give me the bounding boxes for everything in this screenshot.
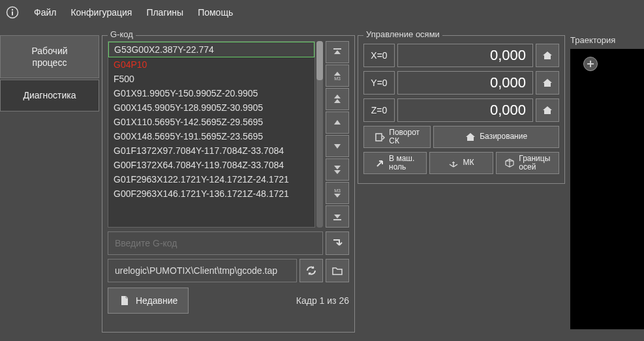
gcode-line[interactable]: G00F2963X146.1721Y-136.1721Z-48.1721: [108, 186, 314, 201]
gcode-line[interactable]: G01X110.5695Y-142.5695Z-29.5695: [108, 115, 314, 129]
axis-limits-button[interactable]: Границы осей: [496, 152, 559, 174]
home-icon: [542, 50, 553, 61]
home-icon: [542, 104, 553, 116]
trajectory-panel: Траектория: [570, 35, 644, 333]
nav-prev-m-button[interactable]: M3: [326, 65, 349, 87]
axis-panel: Управление осями X=0 0,000 Y=0 0,000 Z=0…: [358, 35, 565, 184]
gcode-line[interactable]: G01F1372X97.7084Y-117.7084Z-33.7084: [108, 143, 314, 158]
axis-panel-title: Управление осями: [363, 29, 442, 39]
gcode-line[interactable]: G00X148.5695Y-191.5695Z-23.5695: [108, 129, 314, 143]
plus-icon: [587, 60, 594, 68]
menu-plugins[interactable]: Плагины: [146, 7, 183, 18]
axes-icon: [448, 158, 459, 168]
gcode-scrollbar[interactable]: [316, 41, 323, 228]
reload-button[interactable]: [299, 259, 323, 282]
nav-page-down-button[interactable]: [326, 158, 349, 181]
gcode-panel: G-код G53G00X2.387Y-22.774 G04P10 F500 G…: [102, 35, 355, 333]
axis-row-y: Y=0 0,000: [363, 71, 559, 95]
gcode-line[interactable]: G01X91.9905Y-150.9905Z-20.9905: [108, 86, 314, 100]
svg-text:M3: M3: [334, 188, 341, 193]
gcode-line[interactable]: G00X145.9905Y-128.9905Z-30.9905: [108, 100, 314, 115]
tab-workflow[interactable]: Рабочий процесс: [0, 35, 99, 78]
axis-zero-y-button[interactable]: Y=0: [363, 71, 395, 95]
gcode-nav-buttons: M3 M3: [326, 41, 349, 228]
homing-label: Базирование: [480, 132, 527, 141]
gcode-line[interactable]: G53G00X2.387Y-22.774: [108, 42, 314, 57]
mk-button[interactable]: МК: [429, 152, 493, 174]
svg-text:M3: M3: [334, 76, 341, 81]
menu-file[interactable]: Файл: [34, 7, 56, 18]
info-icon[interactable]: [5, 5, 20, 20]
gcode-list[interactable]: G53G00X2.387Y-22.774 G04P10 F500 G01X91.…: [108, 41, 315, 228]
frame-counter: Кадр 1 из 26: [296, 295, 349, 306]
svg-rect-7: [376, 134, 382, 141]
homing-button[interactable]: Базирование: [433, 126, 559, 148]
cube-icon: [504, 158, 515, 168]
recent-label: Недавние: [136, 295, 177, 306]
svg-rect-3: [333, 48, 341, 50]
gcode-panel-title: G-код: [108, 29, 136, 39]
trajectory-view[interactable]: [570, 49, 644, 329]
nav-next-m-button[interactable]: M3: [326, 182, 349, 204]
axis-zero-x-button[interactable]: X=0: [363, 44, 395, 67]
gcode-submit-button[interactable]: [326, 231, 349, 255]
gcode-line[interactable]: G04P10: [108, 57, 314, 72]
axis-value-z[interactable]: 0,000: [397, 98, 533, 122]
svg-point-1: [12, 9, 13, 10]
axis-home-z-button[interactable]: [536, 98, 559, 122]
nav-bottom-button[interactable]: [326, 205, 349, 228]
to-machine-zero-button[interactable]: В маш. ноль: [363, 152, 427, 174]
svg-rect-2: [12, 12, 13, 16]
gcode-input[interactable]: [108, 231, 323, 255]
rotate-cs-button[interactable]: Поворот СК: [363, 126, 431, 148]
arrow-icon: [376, 158, 385, 168]
menubar: Файл Конфигурация Плагины Помощь: [0, 0, 644, 25]
axis-row-z: Z=0 0,000: [363, 98, 559, 122]
nav-up-button[interactable]: [326, 111, 349, 134]
gcode-line[interactable]: F500: [108, 72, 314, 86]
home-icon: [542, 77, 553, 89]
axis-home-y-button[interactable]: [536, 71, 559, 95]
axis-limits-label: Границы осей: [519, 155, 550, 171]
nav-page-up-button[interactable]: [326, 88, 349, 110]
sidebar: Рабочий процесс Диагностика: [0, 35, 99, 333]
home-icon: [465, 132, 476, 142]
menu-help[interactable]: Помощь: [198, 7, 233, 18]
axis-zero-z-button[interactable]: Z=0: [363, 98, 395, 122]
tab-diagnostics[interactable]: Диагностика: [0, 80, 99, 111]
rotate-cs-label: Поворот СК: [389, 128, 420, 145]
rotate-icon: [375, 132, 385, 142]
open-folder-button[interactable]: [326, 259, 349, 282]
axis-value-x[interactable]: 0,000: [397, 44, 533, 67]
mach-zero-label: В маш. ноль: [389, 155, 414, 171]
axis-value-y[interactable]: 0,000: [397, 71, 533, 95]
trajectory-add-button[interactable]: [583, 57, 598, 71]
svg-rect-6: [333, 219, 341, 220]
menu-config[interactable]: Конфигурация: [70, 7, 132, 18]
axis-home-x-button[interactable]: [536, 44, 559, 67]
recent-button[interactable]: Недавние: [108, 288, 189, 314]
gcode-line[interactable]: G00F1372X64.7084Y-119.7084Z-33.7084: [108, 158, 314, 172]
nav-down-button[interactable]: [326, 135, 349, 157]
axis-row-x: X=0 0,000: [363, 44, 559, 67]
gcode-path-field[interactable]: urelogic\PUMOTIX\Client\tmp\gcode.tap: [108, 259, 297, 282]
nav-top-button[interactable]: [326, 41, 349, 63]
mk-label: МК: [463, 158, 474, 167]
trajectory-title: Траектория: [570, 35, 644, 45]
document-icon: [119, 295, 130, 306]
gcode-line[interactable]: G01F2963X122.1721Y-124.1721Z-24.1721: [108, 172, 314, 186]
